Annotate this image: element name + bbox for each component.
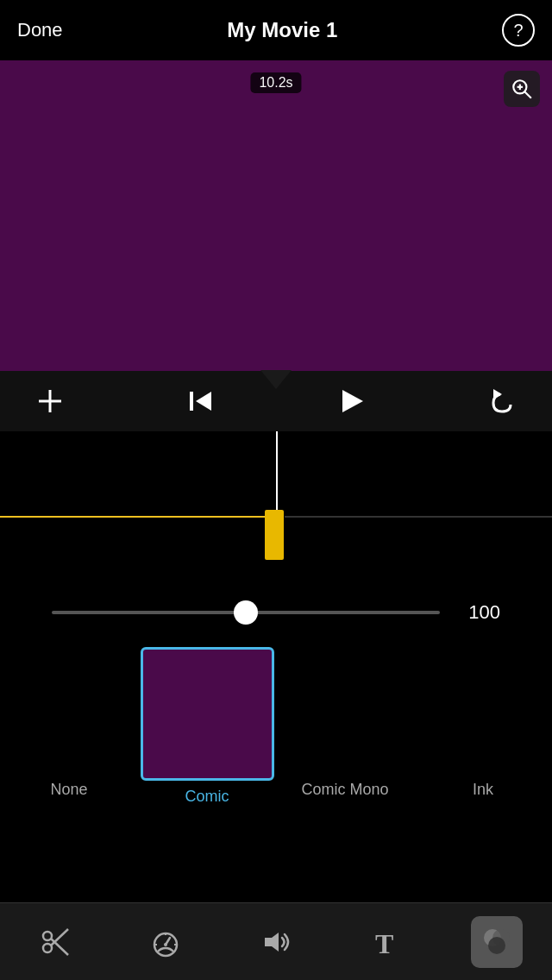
font-item-comic[interactable]: Comic bbox=[138, 647, 276, 806]
page-title: My Movie 1 bbox=[227, 18, 337, 42]
svg-text:T: T bbox=[375, 928, 393, 958]
svg-marker-9 bbox=[493, 389, 502, 399]
help-button[interactable]: ? bbox=[502, 14, 535, 47]
svg-point-16 bbox=[164, 943, 167, 946]
scissors-button[interactable] bbox=[29, 916, 81, 968]
audio-button[interactable] bbox=[250, 916, 302, 968]
color-icon bbox=[480, 926, 513, 958]
volume-value: 100 bbox=[457, 601, 500, 624]
timeline-track-right bbox=[285, 516, 552, 518]
speed-button[interactable] bbox=[140, 916, 191, 968]
done-button[interactable]: Done bbox=[17, 19, 63, 41]
font-label-comic: Comic bbox=[185, 788, 229, 806]
clip-marker[interactable] bbox=[265, 510, 284, 560]
font-picker: None Comic Comic Mono Ink bbox=[0, 638, 552, 802]
bottom-toolbar: T bbox=[0, 902, 552, 980]
font-item-none[interactable]: None bbox=[0, 647, 138, 799]
font-label-comic-mono: Comic Mono bbox=[301, 781, 388, 799]
svg-point-11 bbox=[43, 944, 52, 952]
timeline[interactable] bbox=[0, 431, 552, 587]
rewind-icon bbox=[185, 386, 216, 417]
video-preview: 10.2s bbox=[0, 60, 552, 371]
font-item-comic-mono[interactable]: Comic Mono bbox=[276, 647, 414, 799]
color-button[interactable] bbox=[471, 916, 523, 968]
volume-slider[interactable] bbox=[52, 611, 440, 614]
svg-marker-20 bbox=[265, 933, 279, 952]
undo-button[interactable] bbox=[486, 386, 518, 417]
plus-icon bbox=[34, 386, 66, 417]
svg-point-10 bbox=[43, 932, 52, 940]
audio-icon bbox=[260, 926, 292, 958]
svg-rect-6 bbox=[190, 392, 193, 411]
playback-controls bbox=[0, 371, 552, 431]
svg-line-13 bbox=[51, 929, 68, 945]
font-label-ink: Ink bbox=[473, 781, 493, 799]
speed-icon bbox=[149, 926, 182, 958]
rewind-button[interactable] bbox=[185, 386, 216, 417]
svg-line-1 bbox=[524, 91, 531, 98]
top-bar: Done My Movie 1 ? bbox=[0, 0, 552, 60]
timeline-track-left bbox=[0, 516, 266, 518]
text-icon: T bbox=[370, 926, 403, 958]
font-preview-comic bbox=[141, 647, 274, 781]
svg-marker-7 bbox=[196, 392, 211, 411]
font-label-none: None bbox=[50, 781, 87, 799]
undo-icon bbox=[486, 386, 518, 417]
zoom-icon bbox=[511, 78, 533, 100]
time-badge: 10.2s bbox=[250, 72, 301, 93]
font-items-row: None Comic Comic Mono Ink bbox=[0, 638, 552, 806]
text-button[interactable]: T bbox=[361, 916, 412, 968]
scissors-icon bbox=[39, 926, 72, 958]
svg-marker-8 bbox=[342, 390, 363, 412]
play-button[interactable] bbox=[336, 386, 367, 417]
zoom-button[interactable] bbox=[504, 71, 540, 107]
font-item-ink[interactable]: Ink bbox=[414, 647, 552, 799]
svg-point-24 bbox=[488, 937, 505, 954]
play-icon bbox=[336, 386, 367, 417]
svg-line-12 bbox=[51, 939, 68, 955]
volume-row: 100 bbox=[0, 587, 552, 638]
add-button[interactable] bbox=[34, 386, 66, 417]
